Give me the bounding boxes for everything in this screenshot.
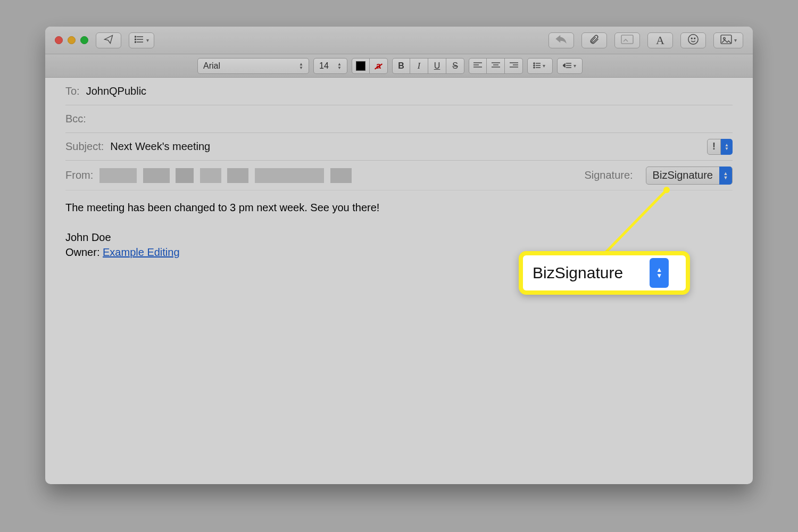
svg-line-30 bbox=[603, 190, 667, 255]
callout-text: BizSignature bbox=[533, 264, 623, 282]
stepper-icon: ▲▼ bbox=[650, 258, 669, 288]
stage: ▾ A bbox=[0, 0, 798, 532]
signature-callout: BizSignature ▲▼ bbox=[519, 251, 690, 295]
svg-point-31 bbox=[663, 187, 670, 193]
